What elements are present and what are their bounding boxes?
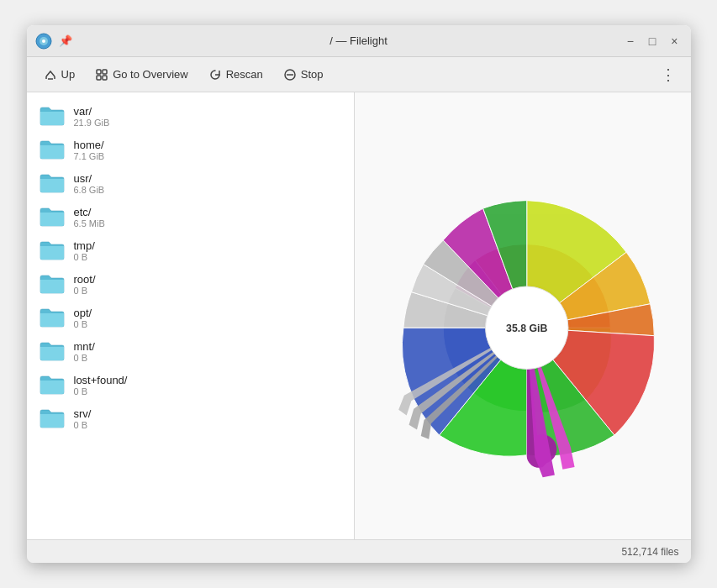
file-item[interactable]: srv/ 0 B: [27, 402, 354, 435]
overview-button[interactable]: Go to Overview: [87, 64, 197, 86]
file-name: var/: [74, 105, 110, 118]
up-button[interactable]: Up: [35, 64, 84, 86]
svg-text:35.8 GiB: 35.8 GiB: [506, 323, 547, 334]
stop-icon: [283, 68, 297, 81]
folder-icon: [39, 306, 66, 329]
folder-icon: [39, 104, 66, 128]
titlebar-left: 📌: [35, 33, 72, 50]
folder-icon: [39, 205, 66, 228]
svg-rect-7: [103, 70, 107, 74]
file-size: 21.9 GiB: [74, 118, 110, 128]
folder-icon: [39, 239, 66, 262]
chart-area: 35.8 GiB: [355, 92, 691, 539]
file-item[interactable]: home/ 7.1 GiB: [27, 133, 354, 166]
overview-icon: [95, 68, 108, 81]
more-button[interactable]: ⋮: [654, 62, 683, 87]
file-info: usr/ 6.8 GiB: [74, 172, 105, 195]
file-item[interactable]: usr/ 6.8 GiB: [27, 166, 354, 200]
maximize-button[interactable]: □: [645, 33, 660, 50]
file-item[interactable]: tmp/ 0 B: [27, 234, 354, 267]
file-name: lost+found/: [74, 374, 128, 386]
svg-rect-9: [103, 76, 107, 80]
file-count: 512,714 files: [621, 546, 678, 558]
file-name: home/: [74, 139, 105, 151]
file-size: 0 B: [74, 286, 96, 296]
file-item[interactable]: root/ 0 B: [27, 267, 354, 301]
svg-rect-8: [97, 76, 101, 80]
folder-icon: [39, 339, 66, 363]
file-info: srv/ 0 B: [74, 407, 92, 430]
file-info: home/ 7.1 GiB: [74, 139, 105, 161]
stop-button[interactable]: Stop: [275, 64, 332, 86]
rescan-button[interactable]: Rescan: [200, 64, 272, 86]
toolbar: Up Go to Overview Rescan Stop: [27, 57, 691, 92]
file-item[interactable]: etc/ 6.5 MiB: [27, 200, 354, 234]
file-name: opt/: [74, 307, 92, 319]
file-item[interactable]: opt/ 0 B: [27, 301, 354, 334]
folder-icon: [39, 272, 66, 296]
file-list: var/ 21.9 GiB home/ 7.1 GiB usr/ 6.8 GiB…: [27, 92, 355, 539]
up-label: Up: [61, 68, 76, 81]
file-info: opt/ 0 B: [74, 307, 92, 329]
titlebar: 📌 / — Filelight − □ ×: [27, 25, 691, 57]
window-title: / — Filelight: [330, 34, 387, 47]
minimize-button[interactable]: −: [623, 33, 638, 50]
file-size: 0 B: [74, 319, 92, 329]
file-name: usr/: [74, 172, 105, 185]
sunburst-chart: 35.8 GiB: [372, 148, 674, 484]
svg-point-2: [42, 39, 45, 43]
folder-icon: [39, 407, 66, 430]
close-button[interactable]: ×: [667, 33, 682, 50]
svg-rect-6: [97, 70, 101, 74]
file-info: tmp/ 0 B: [74, 239, 95, 262]
file-name: tmp/: [74, 239, 95, 252]
folder-icon: [39, 138, 66, 161]
file-size: 0 B: [74, 386, 128, 396]
file-item[interactable]: lost+found/ 0 B: [27, 368, 354, 402]
content-area: var/ 21.9 GiB home/ 7.1 GiB usr/ 6.8 GiB…: [27, 92, 691, 539]
file-info: mnt/ 0 B: [74, 340, 95, 363]
file-size: 0 B: [74, 252, 95, 262]
file-size: 0 B: [74, 353, 95, 363]
file-info: var/ 21.9 GiB: [74, 105, 110, 128]
rescan-icon: [208, 68, 222, 81]
file-size: 6.5 MiB: [74, 218, 105, 228]
file-name: etc/: [74, 206, 105, 218]
stop-label: Stop: [301, 68, 324, 81]
file-name: mnt/: [74, 340, 95, 353]
statusbar: 512,714 files: [27, 539, 691, 563]
folder-icon: [39, 171, 66, 195]
main-window: 📌 / — Filelight − □ × Up: [27, 25, 691, 563]
file-size: 0 B: [74, 420, 92, 430]
overview-label: Go to Overview: [113, 68, 188, 81]
file-size: 6.8 GiB: [74, 185, 105, 195]
pin-icon: 📌: [59, 34, 72, 47]
file-name: srv/: [74, 407, 92, 420]
file-item[interactable]: mnt/ 0 B: [27, 334, 354, 368]
rescan-label: Rescan: [226, 68, 263, 81]
titlebar-controls: − □ ×: [623, 33, 683, 50]
file-name: root/: [74, 273, 96, 286]
file-info: root/ 0 B: [74, 273, 96, 296]
file-size: 7.1 GiB: [74, 151, 105, 161]
file-item[interactable]: var/ 21.9 GiB: [27, 99, 354, 133]
folder-icon: [39, 373, 66, 396]
app-icon: [35, 33, 52, 50]
up-icon: [44, 68, 57, 81]
file-info: etc/ 6.5 MiB: [74, 206, 105, 228]
file-info: lost+found/ 0 B: [74, 374, 128, 396]
